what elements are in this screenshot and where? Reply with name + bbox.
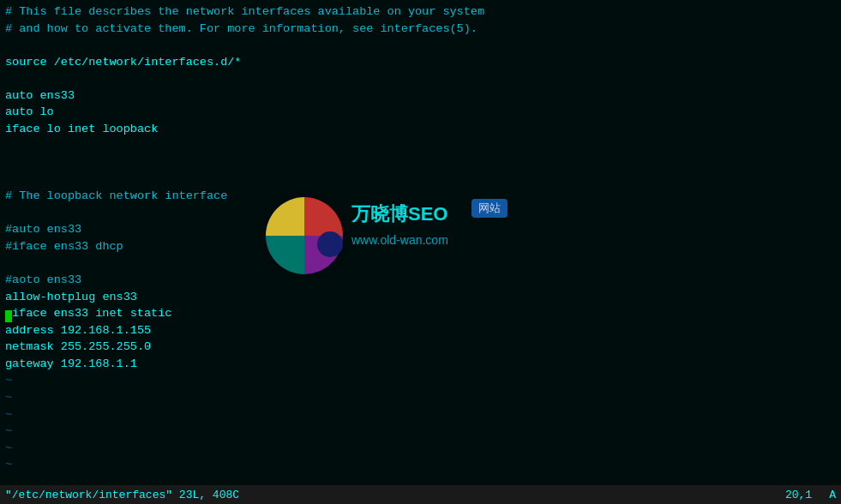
terminal-line: netmask 255.255.255.0 bbox=[5, 339, 836, 356]
terminal-line: source /etc/network/interfaces.d/* bbox=[5, 54, 836, 71]
terminal-line: iface ens33 inet static bbox=[5, 305, 836, 322]
terminal-line: #iface ens33 dhcp bbox=[5, 238, 836, 255]
terminal-line bbox=[5, 70, 836, 87]
statusbar-right: 20,1 A bbox=[785, 489, 836, 501]
terminal-line bbox=[5, 205, 836, 222]
terminal-line: # and how to activate them. For more inf… bbox=[5, 21, 836, 38]
terminal-line bbox=[5, 171, 836, 189]
vim-statusbar: "/etc/network/interfaces" 23L, 408C 20,1… bbox=[0, 485, 841, 504]
cursor bbox=[5, 310, 12, 322]
terminal-line: allow-hotplug ens33 bbox=[5, 289, 836, 306]
terminal-line: ~ bbox=[5, 389, 836, 406]
terminal-line: # This file describes the network interf… bbox=[5, 3, 836, 21]
terminal-line: # The loopback network interface bbox=[5, 188, 836, 205]
statusbar-position: 20,1 bbox=[785, 489, 812, 501]
statusbar-filename: "/etc/network/interfaces" 23L, 408C bbox=[5, 489, 785, 501]
terminal-line: iface lo inet loopback bbox=[5, 121, 836, 138]
terminal-line: gateway 192.168.1.1 bbox=[5, 356, 836, 373]
terminal-line bbox=[5, 154, 836, 171]
terminal-line: ~ bbox=[5, 372, 836, 389]
terminal-line: ~ bbox=[5, 406, 836, 423]
terminal-line: auto ens33 bbox=[5, 87, 836, 105]
terminal-line: ~ bbox=[5, 423, 836, 440]
terminal: # This file describes the network interf… bbox=[0, 0, 841, 504]
terminal-line: #auto ens33 bbox=[5, 221, 836, 238]
editor-content: # This file describes the network interf… bbox=[5, 3, 836, 473]
terminal-line bbox=[5, 255, 836, 272]
terminal-line: address 192.168.1.155 bbox=[5, 322, 836, 339]
terminal-line: auto lo bbox=[5, 104, 836, 121]
terminal-line: #aoto ens33 bbox=[5, 272, 836, 289]
statusbar-mode: A bbox=[829, 489, 836, 501]
terminal-line bbox=[5, 138, 836, 155]
terminal-line: ~ bbox=[5, 440, 836, 457]
terminal-line bbox=[5, 37, 836, 54]
terminal-line: ~ bbox=[5, 456, 836, 473]
